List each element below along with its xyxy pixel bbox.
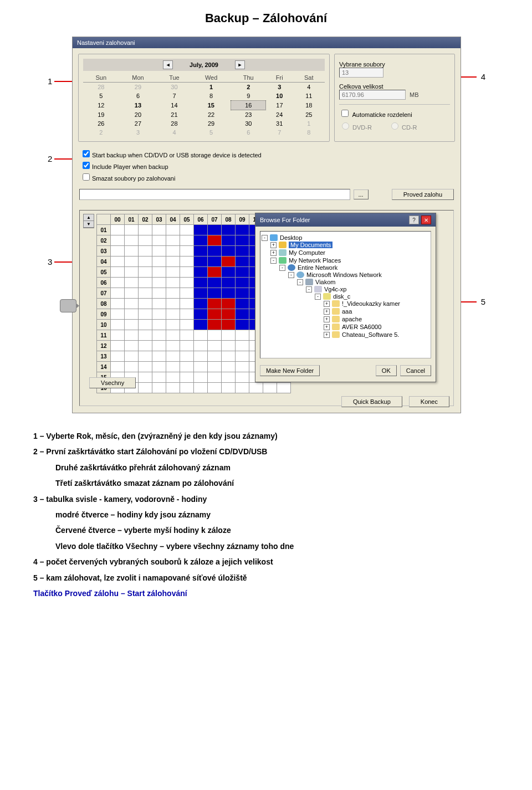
grid-cell[interactable] (111, 235, 125, 246)
grid-cell[interactable] (139, 351, 152, 362)
calendar-day-cell[interactable]: 15 (192, 101, 231, 110)
grid-cell[interactable] (111, 299, 125, 309)
calendar-day-cell[interactable]: 6 (231, 128, 266, 137)
grid-cell[interactable] (208, 320, 222, 330)
grid-cell[interactable] (180, 383, 194, 393)
expander-icon[interactable]: - (297, 279, 303, 285)
grid-cell[interactable] (194, 278, 208, 288)
grid-cell[interactable] (180, 309, 194, 320)
grid-cell[interactable] (166, 299, 180, 309)
grid-cell[interactable] (125, 235, 139, 246)
grid-cell[interactable] (139, 320, 152, 330)
calendar-day-cell[interactable]: 4 (293, 83, 325, 92)
grid-cell[interactable] (222, 235, 236, 246)
grid-cell[interactable] (194, 246, 208, 257)
calendar-day-cell[interactable]: 2 (83, 128, 119, 137)
tree-entire-network[interactable]: Entire Network (298, 264, 337, 271)
grid-cell[interactable] (152, 278, 166, 288)
expander-icon[interactable]: + (270, 242, 277, 248)
grid-cell[interactable] (194, 225, 208, 235)
grid-cell[interactable] (194, 362, 208, 372)
spinner-down-icon[interactable]: ▼ (84, 221, 94, 228)
tree-share[interactable]: disk_c (333, 293, 350, 300)
tree-folder[interactable]: AVER SA6000 (342, 324, 381, 330)
grid-cell[interactable] (222, 320, 236, 330)
grid-cell[interactable] (194, 320, 208, 330)
expander-icon[interactable]: - (270, 258, 277, 264)
calendar-day-cell[interactable]: 5 (192, 128, 231, 137)
grid-cell[interactable] (208, 235, 222, 246)
grid-cell[interactable] (208, 225, 222, 235)
calendar-day-cell[interactable]: 29 (192, 119, 231, 128)
grid-cell[interactable] (166, 288, 180, 299)
grid-cell[interactable] (222, 288, 236, 299)
bff-cancel-button[interactable]: Cancel (400, 365, 431, 376)
grid-cell[interactable] (222, 246, 236, 257)
calendar-day-cell[interactable]: 1 (192, 83, 231, 92)
grid-cell[interactable] (139, 246, 152, 257)
grid-cell[interactable] (222, 278, 236, 288)
bff-close-button[interactable]: ✕ (421, 216, 431, 224)
bff-help-button[interactable]: ? (409, 216, 419, 224)
calendar-day-cell[interactable]: 24 (266, 110, 293, 120)
grid-cell[interactable] (125, 362, 139, 372)
grid-cell[interactable] (111, 362, 125, 372)
grid-cell[interactable] (152, 372, 166, 383)
grid-cell[interactable] (139, 288, 152, 299)
check-include-player[interactable]: Include Player when backup (80, 160, 453, 171)
calendar-day-cell[interactable]: 3 (119, 128, 157, 137)
cd-radio-label[interactable]: CD-R (388, 121, 417, 131)
grid-cell[interactable] (166, 351, 180, 362)
calendar-day-cell[interactable]: 28 (157, 119, 191, 128)
calendar-day-cell[interactable]: 2 (231, 83, 266, 92)
grid-cell[interactable] (152, 351, 166, 362)
dvd-radio-label[interactable]: DVD-R (339, 121, 372, 131)
grid-cell[interactable] (139, 330, 152, 341)
grid-cell[interactable] (194, 299, 208, 309)
grid-cell[interactable] (236, 330, 249, 341)
grid-cell[interactable] (152, 246, 166, 257)
grid-cell[interactable] (208, 362, 222, 372)
calendar-day-cell[interactable]: 8 (293, 128, 325, 137)
tree-network-places[interactable]: My Network Places (289, 257, 341, 264)
calendar-day-cell[interactable]: 19 (83, 110, 119, 120)
grid-cell[interactable] (236, 299, 249, 309)
grid-cell[interactable] (152, 383, 166, 393)
grid-cell[interactable] (125, 351, 139, 362)
grid-cell[interactable] (194, 235, 208, 246)
grid-cell[interactable] (166, 246, 180, 257)
grid-cell[interactable] (180, 225, 194, 235)
calendar-day-cell[interactable]: 27 (119, 119, 157, 128)
grid-cell[interactable] (166, 267, 180, 278)
calendar-day-cell[interactable]: 3 (266, 83, 293, 92)
grid-cell[interactable] (222, 267, 236, 278)
calendar-day-cell[interactable]: 31 (266, 119, 293, 128)
grid-cell[interactable] (236, 288, 249, 299)
expander-icon[interactable]: + (324, 301, 330, 307)
grid-cell[interactable] (180, 299, 194, 309)
grid-cell[interactable] (125, 330, 139, 341)
grid-cell[interactable] (180, 362, 194, 372)
grid-cell[interactable] (208, 383, 222, 393)
grid-cell[interactable] (111, 309, 125, 320)
tree-my-computer[interactable]: My Computer (289, 249, 325, 256)
calendar-day-cell[interactable]: 1 (293, 119, 325, 128)
tree-desktop[interactable]: Desktop (280, 234, 302, 241)
grid-cell[interactable] (222, 309, 236, 320)
grid-cell[interactable] (263, 383, 277, 393)
grid-cell[interactable] (222, 383, 236, 393)
select-all-button[interactable]: Vsechny (89, 377, 136, 388)
expander-icon[interactable]: + (324, 309, 330, 315)
calendar-day-cell[interactable]: 7 (157, 91, 191, 101)
calendar-day-cell[interactable]: 13 (119, 101, 157, 110)
tree-ms-network[interactable]: Microsoft Windows Network (306, 271, 382, 278)
grid-cell[interactable] (125, 257, 139, 267)
grid-cell[interactable] (249, 383, 263, 393)
grid-cell[interactable] (152, 225, 166, 235)
grid-cell[interactable] (125, 299, 139, 309)
grid-cell[interactable] (111, 225, 125, 235)
expander-icon[interactable]: - (279, 265, 285, 271)
grid-cell[interactable] (194, 257, 208, 267)
grid-cell[interactable] (180, 372, 194, 383)
grid-cell[interactable] (236, 278, 249, 288)
